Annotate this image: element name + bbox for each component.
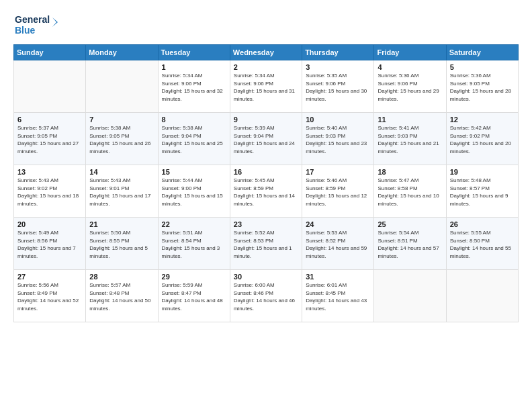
day-number: 25 — [378, 220, 442, 228]
day-info: Sunrise: 5:44 AM Sunset: 9:00 PM Dayligh… — [162, 177, 226, 208]
day-number: 22 — [162, 220, 226, 228]
day-info: Sunrise: 5:38 AM Sunset: 9:04 PM Dayligh… — [162, 124, 226, 155]
day-info: Sunrise: 5:54 AM Sunset: 8:51 PM Dayligh… — [378, 229, 442, 260]
calendar-cell: 3Sunrise: 5:35 AM Sunset: 9:06 PM Daylig… — [302, 60, 374, 113]
day-info: Sunrise: 5:43 AM Sunset: 9:02 PM Dayligh… — [17, 177, 82, 208]
logo-svg: General Blue — [13, 11, 60, 38]
day-number: 4 — [378, 63, 442, 71]
calendar-cell: 26Sunrise: 5:55 AM Sunset: 8:50 PM Dayli… — [446, 218, 518, 270]
day-number: 16 — [234, 168, 298, 176]
calendar-cell — [446, 270, 518, 322]
day-info: Sunrise: 5:34 AM Sunset: 9:06 PM Dayligh… — [234, 72, 298, 103]
day-info: Sunrise: 5:57 AM Sunset: 8:48 PM Dayligh… — [89, 281, 154, 312]
day-number: 20 — [17, 220, 82, 228]
calendar-cell: 7Sunrise: 5:38 AM Sunset: 9:05 PM Daylig… — [86, 113, 158, 165]
day-number: 24 — [306, 220, 370, 228]
weekday-header: Tuesday — [158, 45, 230, 60]
day-info: Sunrise: 5:35 AM Sunset: 9:06 PM Dayligh… — [306, 72, 370, 103]
weekday-header: Saturday — [446, 45, 518, 60]
day-info: Sunrise: 5:51 AM Sunset: 8:54 PM Dayligh… — [162, 229, 226, 260]
calendar-cell: 19Sunrise: 5:48 AM Sunset: 8:57 PM Dayli… — [446, 165, 518, 218]
day-number: 11 — [378, 116, 442, 124]
calendar-cell: 9Sunrise: 5:39 AM Sunset: 9:04 PM Daylig… — [230, 113, 302, 165]
calendar-cell: 11Sunrise: 5:41 AM Sunset: 9:03 PM Dayli… — [374, 113, 446, 165]
calendar-cell: 5Sunrise: 5:36 AM Sunset: 9:05 PM Daylig… — [446, 60, 518, 113]
calendar-cell: 24Sunrise: 5:53 AM Sunset: 8:52 PM Dayli… — [302, 218, 374, 270]
calendar-week-row: 20Sunrise: 5:49 AM Sunset: 8:56 PM Dayli… — [14, 218, 519, 270]
calendar-cell: 1Sunrise: 5:34 AM Sunset: 9:06 PM Daylig… — [158, 60, 230, 113]
day-number: 6 — [17, 116, 82, 124]
calendar-cell — [86, 60, 158, 113]
calendar-week-row: 6Sunrise: 5:37 AM Sunset: 9:05 PM Daylig… — [14, 113, 519, 165]
day-number: 23 — [234, 220, 298, 228]
day-number: 30 — [234, 273, 298, 281]
calendar-cell: 2Sunrise: 5:34 AM Sunset: 9:06 PM Daylig… — [230, 60, 302, 113]
day-info: Sunrise: 5:46 AM Sunset: 8:59 PM Dayligh… — [306, 177, 370, 208]
calendar-cell: 21Sunrise: 5:50 AM Sunset: 8:55 PM Dayli… — [86, 218, 158, 270]
day-number: 1 — [162, 63, 226, 71]
day-info: Sunrise: 5:37 AM Sunset: 9:05 PM Dayligh… — [17, 124, 82, 155]
day-info: Sunrise: 5:50 AM Sunset: 8:55 PM Dayligh… — [89, 229, 154, 260]
day-info: Sunrise: 5:36 AM Sunset: 9:06 PM Dayligh… — [378, 72, 442, 103]
page-header: General Blue — [13, 11, 519, 38]
day-info: Sunrise: 5:55 AM Sunset: 8:50 PM Dayligh… — [450, 229, 515, 260]
day-number: 18 — [378, 168, 442, 176]
day-info: Sunrise: 5:38 AM Sunset: 9:05 PM Dayligh… — [89, 124, 154, 155]
day-info: Sunrise: 5:42 AM Sunset: 9:02 PM Dayligh… — [450, 124, 515, 155]
calendar-cell: 15Sunrise: 5:44 AM Sunset: 9:00 PM Dayli… — [158, 165, 230, 218]
weekday-header: Thursday — [302, 45, 374, 60]
day-number: 9 — [234, 116, 298, 124]
day-info: Sunrise: 5:47 AM Sunset: 8:58 PM Dayligh… — [378, 177, 442, 208]
day-info: Sunrise: 5:52 AM Sunset: 8:53 PM Dayligh… — [234, 229, 298, 260]
calendar-week-row: 13Sunrise: 5:43 AM Sunset: 9:02 PM Dayli… — [14, 165, 519, 218]
calendar-cell: 6Sunrise: 5:37 AM Sunset: 9:05 PM Daylig… — [14, 113, 86, 165]
calendar-cell: 4Sunrise: 5:36 AM Sunset: 9:06 PM Daylig… — [374, 60, 446, 113]
day-number: 28 — [89, 273, 154, 281]
day-info: Sunrise: 5:34 AM Sunset: 9:06 PM Dayligh… — [162, 72, 226, 103]
calendar-cell: 23Sunrise: 5:52 AM Sunset: 8:53 PM Dayli… — [230, 218, 302, 270]
calendar-cell: 28Sunrise: 5:57 AM Sunset: 8:48 PM Dayli… — [86, 270, 158, 322]
calendar-cell: 29Sunrise: 5:59 AM Sunset: 8:47 PM Dayli… — [158, 270, 230, 322]
day-number: 7 — [89, 116, 154, 124]
day-info: Sunrise: 5:36 AM Sunset: 9:05 PM Dayligh… — [450, 72, 515, 103]
calendar-cell: 10Sunrise: 5:40 AM Sunset: 9:03 PM Dayli… — [302, 113, 374, 165]
day-number: 10 — [306, 116, 370, 124]
day-number: 19 — [450, 168, 515, 176]
day-info: Sunrise: 5:43 AM Sunset: 9:01 PM Dayligh… — [89, 177, 154, 208]
calendar-cell — [374, 270, 446, 322]
calendar-cell: 16Sunrise: 5:45 AM Sunset: 8:59 PM Dayli… — [230, 165, 302, 218]
calendar-cell: 31Sunrise: 6:01 AM Sunset: 8:45 PM Dayli… — [302, 270, 374, 322]
calendar-header-row: SundayMondayTuesdayWednesdayThursdayFrid… — [14, 45, 519, 60]
calendar-week-row: 1Sunrise: 5:34 AM Sunset: 9:06 PM Daylig… — [14, 60, 519, 113]
day-info: Sunrise: 5:40 AM Sunset: 9:03 PM Dayligh… — [306, 124, 370, 155]
day-info: Sunrise: 5:41 AM Sunset: 9:03 PM Dayligh… — [378, 124, 442, 155]
day-number: 31 — [306, 273, 370, 281]
calendar-week-row: 27Sunrise: 5:56 AM Sunset: 8:49 PM Dayli… — [14, 270, 519, 322]
calendar-cell: 12Sunrise: 5:42 AM Sunset: 9:02 PM Dayli… — [446, 113, 518, 165]
day-number: 15 — [162, 168, 226, 176]
calendar-cell: 25Sunrise: 5:54 AM Sunset: 8:51 PM Dayli… — [374, 218, 446, 270]
day-number: 3 — [306, 63, 370, 71]
day-number: 2 — [234, 63, 298, 71]
calendar-cell: 14Sunrise: 5:43 AM Sunset: 9:01 PM Dayli… — [86, 165, 158, 218]
logo: General Blue — [13, 11, 60, 38]
weekday-header: Sunday — [14, 45, 86, 60]
day-info: Sunrise: 6:00 AM Sunset: 8:46 PM Dayligh… — [234, 281, 298, 312]
day-info: Sunrise: 5:49 AM Sunset: 8:56 PM Dayligh… — [17, 229, 82, 260]
day-info: Sunrise: 5:39 AM Sunset: 9:04 PM Dayligh… — [234, 124, 298, 155]
calendar-cell: 8Sunrise: 5:38 AM Sunset: 9:04 PM Daylig… — [158, 113, 230, 165]
calendar-cell: 22Sunrise: 5:51 AM Sunset: 8:54 PM Dayli… — [158, 218, 230, 270]
weekday-header: Friday — [374, 45, 446, 60]
calendar: SundayMondayTuesdayWednesdayThursdayFrid… — [13, 44, 519, 322]
calendar-cell: 13Sunrise: 5:43 AM Sunset: 9:02 PM Dayli… — [14, 165, 86, 218]
day-number: 29 — [162, 273, 226, 281]
day-number: 21 — [89, 220, 154, 228]
svg-text:Blue: Blue — [15, 25, 36, 36]
day-info: Sunrise: 6:01 AM Sunset: 8:45 PM Dayligh… — [306, 281, 370, 312]
calendar-cell — [14, 60, 86, 113]
day-info: Sunrise: 5:53 AM Sunset: 8:52 PM Dayligh… — [306, 229, 370, 260]
svg-text:General: General — [15, 14, 50, 25]
calendar-cell: 20Sunrise: 5:49 AM Sunset: 8:56 PM Dayli… — [14, 218, 86, 270]
svg-marker-2 — [52, 17, 58, 27]
day-number: 8 — [162, 116, 226, 124]
